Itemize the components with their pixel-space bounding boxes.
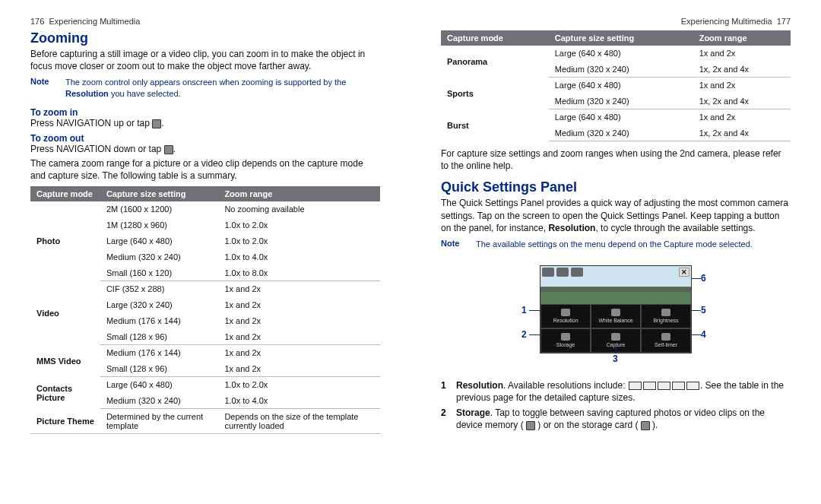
camera-preview: ✕ (540, 266, 691, 304)
resolution-icon (686, 382, 699, 390)
cell-capture-size: Medium (320 x 240) (549, 62, 693, 78)
th-zoom-range: Zoom range (218, 186, 380, 201)
callout-2: 2 (521, 329, 527, 340)
preview-top-icons (542, 268, 583, 277)
page-number: 176 (30, 17, 44, 26)
cell-resolution: Resolution (540, 304, 591, 328)
cell-zoom-range: 1.0x to 2.0x (218, 233, 380, 249)
callout-3: 3 (613, 353, 618, 364)
note-label: Note (441, 239, 476, 250)
resolution-icon (629, 382, 642, 390)
callout-1: 1 (521, 305, 527, 315)
cell-capture-size: Large (640 x 480) (549, 78, 693, 94)
cell-zoom-range: 1x and 2x (218, 329, 380, 345)
table-row: Contacts PictureLarge (640 x 480)1.0x to… (30, 377, 380, 393)
subhead-zoom-in: To zoom in (30, 107, 380, 118)
cell-capture-size: Large (640 x 480) (549, 46, 693, 62)
table-row: Photo2M (1600 x 1200)No zooming availabl… (30, 201, 380, 217)
qsp-note: Note The available settings on the menu … (441, 239, 791, 250)
cell-capture-size: Large (320 x 240) (100, 297, 218, 313)
table-row: Picture ThemeDetermined by the current t… (30, 409, 380, 434)
table-row: PanoramaLarge (640 x 480)1x and 2x (441, 46, 791, 62)
table-row: VideoCIF (352 x 288)1x and 2x (30, 281, 380, 297)
table-header-row: Capture mode Capture size setting Zoom r… (441, 30, 791, 46)
cell-zoom-range: 1x and 2x (693, 78, 791, 94)
zoom-in-instruction: Press NAVIGATION up or tap . (30, 118, 380, 128)
cell-capture-size: Medium (320 x 240) (100, 249, 218, 265)
cell-zoom-range: 1x, 2x and 4x (693, 125, 791, 141)
resolution-icon (643, 382, 656, 390)
cell-capture-size: Large (640 x 480) (100, 377, 218, 393)
resolution-icon (658, 382, 670, 390)
zoom-table-left: Capture mode Capture size setting Zoom r… (30, 186, 380, 434)
zoom-note: Note The zoom control only appears onscr… (30, 77, 380, 100)
th-capture-mode: Capture mode (441, 30, 549, 46)
legend-item-2: 2 Storage. Tap to toggle between saving … (441, 407, 791, 431)
cell-zoom-range: 1.0x to 4.0x (218, 393, 380, 409)
page-header-right: Experiencing Multimedia 177 (441, 17, 791, 26)
zoom-table-right: Capture mode Capture size setting Zoom r… (441, 30, 791, 141)
cell-capture-size: Medium (320 x 240) (549, 94, 693, 109)
cell-capture-size: Small (160 x 120) (100, 265, 218, 281)
cell-zoom-range: 1.0x to 2.0x (218, 217, 380, 233)
note-text: The available settings on the menu depen… (476, 239, 753, 250)
callout-4: 4 (701, 329, 706, 340)
zoom-range-intro: The camera zoom range for a picture or a… (30, 157, 380, 182)
cell-capture-size: Large (640 x 480) (549, 109, 693, 125)
cell-capture-mode: Burst (441, 109, 549, 141)
heading-zooming: Zooming (30, 30, 380, 46)
section-name: Experiencing Multimedia (681, 17, 772, 26)
th-zoom-range: Zoom range (693, 30, 791, 46)
cell-zoom-range: 1x and 2x (218, 281, 380, 297)
storage-card-icon (641, 421, 650, 430)
cell-zoom-range: 1.0x to 4.0x (218, 249, 380, 265)
table-header-row: Capture mode Capture size setting Zoom r… (30, 186, 380, 201)
figure-legend: 1 Resolution. Available resolutions incl… (441, 379, 791, 432)
section-name: Experiencing Multimedia (49, 17, 140, 26)
page-number: 177 (777, 17, 791, 26)
cell-capture-size: Large (640 x 480) (100, 233, 218, 249)
cell-capture-mode: MMS Video (30, 345, 100, 377)
subhead-zoom-out: To zoom out (30, 133, 380, 144)
th-capture-mode: Capture mode (30, 186, 100, 201)
cell-storage: Storage (540, 328, 591, 353)
device-memory-icon (526, 421, 535, 430)
cell-zoom-range: 1x and 2x (218, 313, 380, 329)
cell-capture-size: Medium (320 x 240) (100, 393, 218, 409)
cell-zoom-range: No zooming available (218, 201, 380, 217)
cell-zoom-range: 1x and 2x (218, 361, 380, 377)
cell-capture-size: Medium (320 x 240) (549, 125, 693, 141)
cell-capture-mode: Photo (30, 201, 100, 281)
camera-panel-figure: ✕ Resolution White Balance Brightness St… (540, 265, 692, 353)
cell-capture-mode: Sports (441, 78, 549, 109)
cell-capture-size: Medium (176 x 144) (100, 345, 218, 361)
resolution-icon (672, 382, 685, 390)
after-table-note: For capture size settings and zoom range… (441, 147, 791, 172)
zoom-out-instruction: Press NAVIGATION down or tap . (30, 144, 380, 154)
cell-capture-size: Small (128 x 96) (100, 361, 218, 377)
cell-zoom-range: 1.0x to 2.0x (218, 377, 380, 393)
page-176: 176 Experiencing Multimedia Zooming Befo… (0, 0, 410, 504)
cell-capture-mode: Video (30, 281, 100, 345)
cell-zoom-range: 1x and 2x (218, 345, 380, 361)
zoom-out-icon (164, 145, 173, 154)
cell-capture-size: Small (128 x 96) (100, 329, 218, 345)
th-capture-size: Capture size setting (100, 186, 218, 201)
cell-zoom-range: 1.0x to 8.0x (218, 265, 380, 281)
table-row: MMS VideoMedium (176 x 144)1x and 2x (30, 345, 380, 361)
table-row: SportsLarge (640 x 480)1x and 2x (441, 78, 791, 94)
zoom-in-icon (152, 119, 161, 128)
callout-5: 5 (701, 305, 706, 315)
quick-settings-figure: ✕ Resolution White Balance Brightness St… (509, 258, 722, 372)
cell-zoom-range: 1x, 2x and 4x (693, 62, 791, 78)
cell-brightness: Brightness (641, 304, 691, 328)
note-label: Note (30, 77, 65, 100)
zoom-intro: Before capturing a still image or a vide… (30, 48, 380, 72)
th-capture-size: Capture size setting (549, 30, 693, 46)
cell-zoom-range: 1x, 2x and 4x (693, 94, 791, 109)
cell-capture-size: 1M (1280 x 960) (100, 217, 218, 233)
table-row: BurstLarge (640 x 480)1x and 2x (441, 109, 791, 125)
cell-capture-size: Medium (176 x 144) (100, 313, 218, 329)
close-icon: ✕ (679, 268, 689, 277)
cell-zoom-range: 1x and 2x (693, 46, 791, 62)
